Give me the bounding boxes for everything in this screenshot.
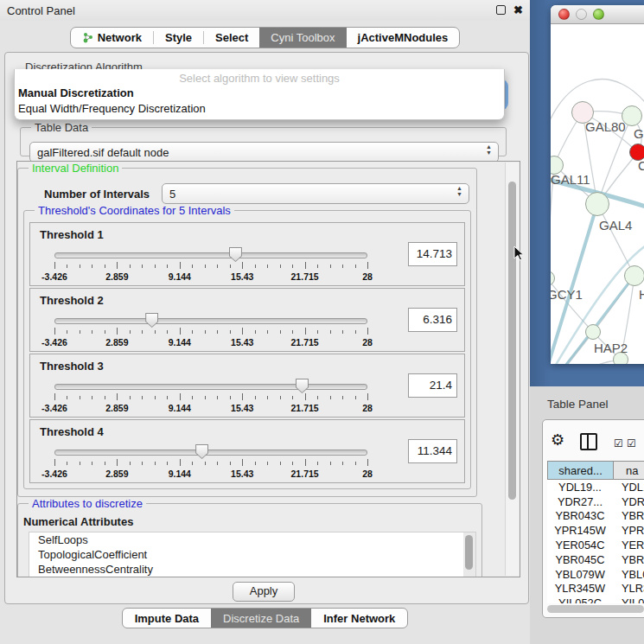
table-cell[interactable]: YDL19... — [547, 481, 613, 494]
table-cell[interactable]: YBR0 — [613, 553, 644, 566]
network-canvas[interactable]: GAL80GCGAL11GAL4GCY1HHAP2 — [551, 24, 644, 364]
slider-thumb[interactable] — [145, 313, 158, 328]
tick-mark — [67, 265, 67, 268]
column-header-name[interactable]: na — [614, 462, 644, 479]
viewport-scrollbar-thumb[interactable] — [508, 182, 516, 500]
minimize-window-icon[interactable] — [576, 9, 587, 20]
tab-discretize-data[interactable]: Discretize Data — [211, 609, 311, 628]
table-cell[interactable]: YER054C — [547, 539, 613, 552]
float-panel-icon[interactable] — [496, 5, 506, 15]
table-header-row: shared... na — [547, 461, 644, 480]
attribute-list-item[interactable]: TopologicalCoefficient — [29, 547, 475, 562]
table-row[interactable]: YDL19...YDL1 — [547, 480, 644, 494]
tab-cyni-toolbox[interactable]: Cyni Toolbox — [259, 28, 346, 48]
tick-mark — [54, 328, 55, 335]
node-gcy1[interactable] — [551, 271, 555, 286]
table-hscroll-thumb[interactable] — [547, 605, 644, 613]
slider-thumb[interactable] — [229, 247, 242, 262]
slider-track[interactable] — [54, 252, 367, 258]
table-row[interactable]: YBL079WYBL0 — [547, 567, 644, 582]
slider-thumb[interactable] — [296, 379, 309, 393]
dropdown-option-manual-discretization[interactable]: Manual Discretization — [15, 86, 504, 101]
tab-jactivemnodules[interactable]: jActiveMNodules — [347, 28, 460, 48]
table-cell[interactable]: YDR2 — [613, 495, 644, 508]
table-cell[interactable]: YLR345W — [547, 582, 613, 595]
checkbox-icon[interactable]: ☑ — [614, 437, 623, 450]
tick-mark — [92, 396, 92, 399]
tab-select[interactable]: Select — [204, 28, 259, 48]
tick-mark — [367, 459, 368, 466]
table-cell[interactable]: YDR27... — [547, 495, 613, 508]
table-cell[interactable]: YIL0 — [613, 596, 644, 603]
tick-mark — [217, 396, 218, 399]
table-cell[interactable]: YBR045C — [547, 553, 613, 566]
threshold-2-value-field[interactable]: 6.316 — [408, 308, 457, 332]
table-data-combo[interactable]: galFiltered.sif default node ▲▼ — [29, 142, 499, 163]
table-cell[interactable]: YDL1 — [613, 481, 644, 494]
table-row[interactable]: YDR27...YDR2 — [547, 494, 644, 509]
table-row[interactable]: YER054CYER0 — [547, 538, 644, 552]
threshold-1-value-field[interactable]: 14.713 — [408, 242, 457, 266]
table-cell[interactable]: YIL052C — [547, 596, 613, 603]
table-cell[interactable]: YPR1 — [613, 524, 644, 537]
column-header-shared-name[interactable]: shared... — [548, 462, 614, 479]
table-cell[interactable]: YPR145W — [547, 524, 613, 537]
slider-thumb[interactable] — [195, 444, 208, 459]
tick-mark — [142, 462, 143, 465]
slider-track[interactable] — [54, 384, 367, 390]
threshold-3-value-field[interactable]: 21.4 — [408, 373, 457, 398]
number-of-intervals-combo[interactable]: 5 ▲▼ — [162, 183, 469, 204]
tab-impute-data[interactable]: Impute Data — [123, 609, 211, 628]
checkbox-icon[interactable]: ☑ — [627, 437, 636, 450]
threshold-2-slider[interactable]: -3.4262.8599.14415.4321.71528 — [54, 315, 367, 348]
table-cell[interactable]: YER0 — [613, 539, 644, 552]
tick-mark — [167, 330, 168, 334]
table-row[interactable]: YBR045CYBR0 — [547, 552, 644, 567]
attribute-list-item[interactable]: SelfLoops — [29, 532, 475, 547]
threshold-4-value-field[interactable]: 11.344 — [408, 439, 457, 463]
slider-track[interactable] — [54, 318, 367, 324]
table-cell[interactable]: YLR3 — [613, 582, 644, 595]
slider-track[interactable] — [54, 450, 367, 456]
apply-button[interactable]: Apply — [233, 582, 295, 602]
threshold-3-label: Threshold 3 — [40, 360, 104, 373]
settings-scroll-viewport: Interval Definition Number of Intervals … — [16, 161, 520, 577]
table-cell[interactable]: YBL079W — [547, 568, 613, 581]
attributes-list-scrollbar[interactable] — [463, 532, 475, 577]
dropdown-option-equal-width-frequency[interactable]: Equal Width/Frequency Discretization — [15, 101, 504, 117]
close-window-icon[interactable] — [558, 9, 570, 20]
spinner-arrows-icon: ▲▼ — [456, 185, 462, 197]
tick-mark — [280, 330, 281, 334]
table-row[interactable]: YLR345WYLR3 — [547, 582, 644, 596]
tick-mark — [54, 459, 55, 466]
table-cell[interactable]: YBR0 — [613, 509, 644, 522]
numerical-attributes-list[interactable]: SelfLoopsTopologicalCoefficientBetweenne… — [29, 532, 476, 577]
zoom-window-icon[interactable] — [593, 9, 604, 20]
tick-mark — [155, 265, 156, 268]
column-layout-icon[interactable] — [580, 433, 597, 450]
attribute-list-item[interactable]: BetweennessCentrality — [29, 562, 475, 577]
tick-label: 28 — [362, 469, 373, 479]
close-panel-icon[interactable]: ✖ — [513, 4, 523, 16]
threshold-4-slider[interactable]: -3.4262.8599.14415.4321.71528 — [54, 446, 367, 479]
table-cell[interactable]: YBL0 — [613, 568, 644, 581]
tick-label: 15.43 — [231, 469, 253, 479]
tab-network[interactable]: Network — [71, 28, 153, 48]
table-cell[interactable]: YBR043C — [547, 509, 613, 522]
threshold-1-slider[interactable]: -3.4262.8599.14415.4321.71528 — [54, 249, 367, 282]
table-row[interactable]: YIL052CYIL0 — [547, 596, 644, 603]
right-section: GAL80GCGAL11GAL4GCY1HHAP2 Table Panel ⚙ … — [530, 0, 644, 644]
table-row[interactable]: YBR043CYBR0 — [547, 509, 644, 524]
number-of-intervals-label: Number of Intervals — [44, 188, 150, 201]
node-hap2[interactable] — [585, 324, 601, 340]
tab-style[interactable]: Style — [154, 28, 203, 48]
table-row[interactable]: YPR145WYPR1 — [547, 523, 644, 538]
table-horizontal-scrollbar[interactable] — [546, 605, 644, 613]
gear-icon[interactable]: ⚙ — [551, 430, 564, 450]
node-partial-right[interactable] — [624, 265, 644, 286]
threshold-3-slider[interactable]: -3.4262.8599.14415.4321.71528 — [54, 380, 367, 413]
tab-infer-network[interactable]: Infer Network — [311, 609, 407, 628]
viewport-scrollbar[interactable] — [505, 163, 519, 576]
tab-label: Network — [98, 31, 142, 44]
node-gal4[interactable] — [585, 192, 609, 216]
